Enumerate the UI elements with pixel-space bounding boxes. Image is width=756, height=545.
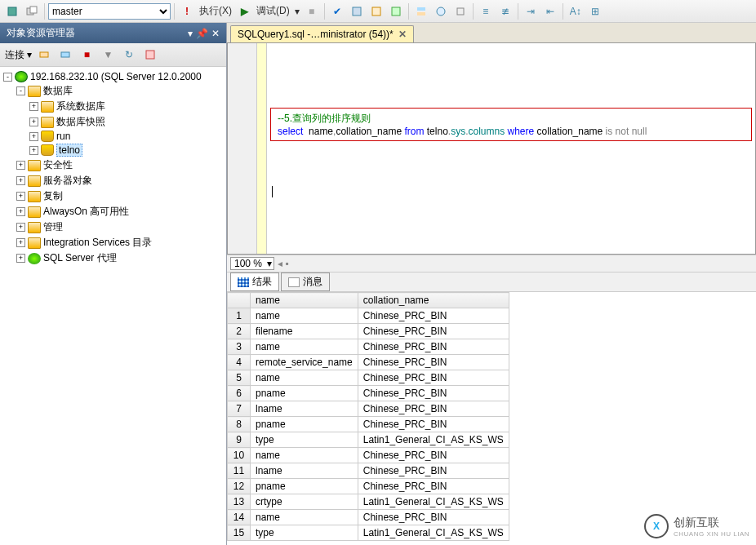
row-number[interactable]: 14 xyxy=(228,510,251,525)
tool-icon-h[interactable]: ⊞ xyxy=(586,2,604,20)
row-number[interactable]: 1 xyxy=(228,308,251,324)
tool-icon-b[interactable] xyxy=(367,2,385,20)
results-grid[interactable]: name collation_name 1nameChinese_PRC_BIN… xyxy=(227,292,756,545)
alwayson-node[interactable]: AlwaysOn 高可用性 xyxy=(43,205,129,219)
management-node[interactable]: 管理 xyxy=(43,220,63,234)
connect-button[interactable]: 连接 ▾ xyxy=(5,48,32,62)
row-number[interactable]: 6 xyxy=(228,386,251,401)
cell-name[interactable]: lname xyxy=(251,463,358,479)
tool-icon-e[interactable] xyxy=(432,2,450,20)
cell-name[interactable]: name xyxy=(251,370,358,386)
agent-node[interactable]: SQL Server 代理 xyxy=(43,251,117,265)
tool-icon-a[interactable] xyxy=(348,2,366,20)
catalog-node[interactable]: Integration Services 目录 xyxy=(43,236,152,250)
stop-icon[interactable]: ■ xyxy=(303,2,321,20)
cell-collation[interactable]: Chinese_PRC_BIN xyxy=(358,386,509,401)
check-icon[interactable]: ✔ xyxy=(328,2,346,20)
row-number[interactable]: 9 xyxy=(228,432,251,448)
panel-pin-icon[interactable]: 📌 xyxy=(196,28,208,39)
cell-collation[interactable]: Chinese_PRC_BIN xyxy=(358,401,509,417)
cell-name[interactable]: name xyxy=(251,339,358,355)
cell-name[interactable]: crtype xyxy=(251,494,358,510)
cell-collation[interactable]: Latin1_General_CI_AS_KS_WS xyxy=(358,494,509,510)
table-row[interactable]: 12pnameChinese_PRC_BIN xyxy=(228,479,509,494)
debug-play-icon[interactable]: ▶ xyxy=(235,2,253,20)
tree-toggle[interactable]: + xyxy=(16,192,25,201)
table-row[interactable]: 7lnameChinese_PRC_BIN xyxy=(228,401,509,417)
uncomment-icon[interactable]: ≢ xyxy=(496,2,514,20)
tree-toggle[interactable]: + xyxy=(29,117,38,126)
tree-toggle[interactable]: + xyxy=(29,132,38,141)
col-header-collation[interactable]: collation_name xyxy=(358,293,509,308)
properties-icon[interactable] xyxy=(141,46,159,64)
stop-icon-2[interactable]: ■ xyxy=(78,46,96,64)
table-row[interactable]: 6pnameChinese_PRC_BIN xyxy=(228,386,509,401)
table-row[interactable]: 14nameChinese_PRC_BIN xyxy=(228,510,509,525)
databases-node[interactable]: 数据库 xyxy=(43,84,73,98)
row-number[interactable]: 7 xyxy=(228,401,251,417)
table-row[interactable]: 13crtypeLatin1_General_CI_AS_KS_WS xyxy=(228,494,509,510)
cell-name[interactable]: lname xyxy=(251,401,358,417)
row-number[interactable]: 8 xyxy=(228,417,251,432)
cell-collation[interactable]: Chinese_PRC_BIN xyxy=(358,417,509,432)
tree-toggle[interactable]: + xyxy=(16,161,25,170)
cell-name[interactable]: filename xyxy=(251,324,358,339)
sysdb-node[interactable]: 系统数据库 xyxy=(56,100,105,113)
zoom-selector[interactable]: 100 % ▾ xyxy=(230,257,274,270)
cell-collation[interactable]: Chinese_PRC_BIN xyxy=(358,324,509,339)
table-row[interactable]: 4remote_service_nameChinese_PRC_BIN xyxy=(228,355,509,370)
panel-dropdown-icon[interactable]: ▾ xyxy=(188,28,193,39)
table-row[interactable]: 15typeLatin1_General_CI_AS_KS_WS xyxy=(228,525,509,541)
row-number[interactable]: 11 xyxy=(228,463,251,479)
cell-collation[interactable]: Chinese_PRC_BIN xyxy=(358,339,509,355)
object-tree[interactable]: -192.168.232.10 (SQL Server 12.0.2000 -数… xyxy=(0,67,226,545)
cell-name[interactable]: type xyxy=(251,432,358,448)
tree-toggle[interactable]: + xyxy=(16,176,25,185)
replication-node[interactable]: 复制 xyxy=(43,189,63,203)
cell-collation[interactable]: Latin1_General_CI_AS_KS_WS xyxy=(358,432,509,448)
cell-name[interactable]: pname xyxy=(251,479,358,494)
splitter-handle[interactable]: ◂ ▪ xyxy=(278,258,289,269)
cell-collation[interactable]: Chinese_PRC_BIN xyxy=(358,308,509,324)
row-number[interactable]: 4 xyxy=(228,355,251,370)
table-row[interactable]: 5nameChinese_PRC_BIN xyxy=(228,370,509,386)
toolbar-icon-2[interactable] xyxy=(23,2,41,20)
tool-icon-d[interactable] xyxy=(412,2,430,20)
cell-name[interactable]: remote_service_name xyxy=(251,355,358,370)
outdent-icon[interactable]: ⇤ xyxy=(541,2,559,20)
database-selector[interactable]: master xyxy=(48,3,171,20)
table-row[interactable]: 3nameChinese_PRC_BIN xyxy=(228,339,509,355)
debug-dropdown[interactable]: ▾ xyxy=(293,6,301,17)
connect-icon[interactable] xyxy=(56,46,74,64)
tree-toggle[interactable]: + xyxy=(16,207,25,216)
cell-name[interactable]: type xyxy=(251,525,358,541)
table-row[interactable]: 8pnameChinese_PRC_BIN xyxy=(228,417,509,432)
tree-toggle[interactable]: + xyxy=(16,223,25,232)
tool-icon-g[interactable]: A↕ xyxy=(567,2,585,20)
sql-tab[interactable]: SQLQuery1.sql -…ministrator (54))* ✕ xyxy=(230,25,414,42)
refresh-icon[interactable]: ↻ xyxy=(120,46,138,64)
row-number[interactable]: 3 xyxy=(228,339,251,355)
cell-name[interactable]: name xyxy=(251,448,358,463)
comment-icon[interactable]: ≡ xyxy=(477,2,495,20)
corner-cell[interactable] xyxy=(228,293,251,308)
table-row[interactable]: 2filenameChinese_PRC_BIN xyxy=(228,324,509,339)
tree-toggle[interactable]: + xyxy=(16,238,25,247)
cell-name[interactable]: pname xyxy=(251,386,358,401)
table-row[interactable]: 10nameChinese_PRC_BIN xyxy=(228,448,509,463)
cell-collation[interactable]: Chinese_PRC_BIN xyxy=(358,463,509,479)
telno-db-node[interactable]: telno xyxy=(56,144,82,157)
toolbar-icon-1[interactable] xyxy=(3,2,21,20)
results-tab[interactable]: 结果 xyxy=(230,272,279,291)
row-number[interactable]: 12 xyxy=(228,479,251,494)
tool-icon-f[interactable] xyxy=(451,2,469,20)
cell-collation[interactable]: Chinese_PRC_BIN xyxy=(358,355,509,370)
cell-collation[interactable]: Latin1_General_CI_AS_KS_WS xyxy=(358,525,509,541)
snapshot-node[interactable]: 数据库快照 xyxy=(56,115,105,129)
tree-toggle[interactable]: + xyxy=(16,254,25,263)
tab-close-icon[interactable]: ✕ xyxy=(398,29,407,40)
tool-icon-c[interactable] xyxy=(387,2,405,20)
server-node[interactable]: 192.168.232.10 (SQL Server 12.0.2000 xyxy=(30,71,202,82)
cell-collation[interactable]: Chinese_PRC_BIN xyxy=(358,510,509,525)
row-number[interactable]: 13 xyxy=(228,494,251,510)
